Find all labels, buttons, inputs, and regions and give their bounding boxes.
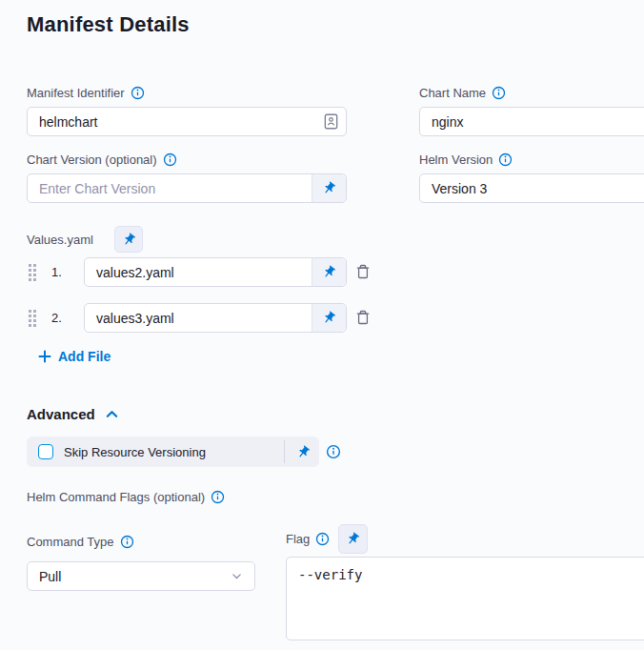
- chart-version-input[interactable]: [28, 174, 312, 202]
- pin-icon[interactable]: [312, 304, 346, 332]
- values-file-field: [84, 257, 347, 287]
- manifest-identifier-label: Manifest Identifier: [27, 86, 145, 100]
- command-type-label-text: Command Type: [27, 535, 114, 549]
- flag-textarea[interactable]: --verify: [286, 557, 644, 640]
- chart-name-label-text: Chart Name: [419, 86, 486, 100]
- helm-version-label: Helm Version: [419, 152, 513, 167]
- page-title: Manifest Details: [27, 12, 190, 37]
- info-icon[interactable]: [492, 86, 506, 100]
- add-file-label: Add File: [58, 349, 111, 364]
- manifest-identifier-field: [27, 107, 347, 136]
- values-file-input[interactable]: [85, 304, 312, 332]
- flag-field: --verify: [286, 557, 644, 640]
- trash-icon[interactable]: [355, 263, 371, 284]
- info-icon[interactable]: [315, 532, 330, 546]
- command-type-label: Command Type: [27, 535, 134, 549]
- chart-name-input[interactable]: [419, 107, 644, 136]
- chart-name-label: Chart Name: [419, 86, 506, 100]
- chevron-down-icon: [231, 570, 243, 582]
- command-type-value: Pull: [39, 569, 61, 584]
- add-file-button[interactable]: Add File: [38, 349, 111, 364]
- pin-icon[interactable]: [114, 226, 143, 253]
- flag-label-text: Flag: [286, 532, 310, 546]
- chart-version-label-text: Chart Version (optional): [27, 152, 157, 167]
- drag-handle[interactable]: [29, 264, 36, 281]
- helm-version-select[interactable]: Version 3: [419, 173, 644, 203]
- pin-icon[interactable]: [312, 258, 346, 286]
- chart-version-label: Chart Version (optional): [27, 152, 177, 167]
- plus-icon: [38, 350, 51, 363]
- manifest-identifier-input[interactable]: [28, 108, 324, 135]
- flag-label: Flag: [286, 532, 330, 546]
- advanced-toggle[interactable]: Advanced: [27, 406, 119, 422]
- skip-resource-versioning-label: Skip Resource Versioning: [64, 445, 284, 459]
- info-icon[interactable]: [326, 444, 341, 459]
- skip-resource-versioning-row: Skip Resource Versioning: [27, 437, 319, 467]
- command-type-select[interactable]: Pull: [27, 561, 255, 591]
- chevron-up-icon: [105, 408, 119, 420]
- advanced-label: Advanced: [27, 406, 95, 422]
- values-yaml-label: Values.yaml: [27, 233, 93, 247]
- helm-command-flags-label-text: Helm Command Flags (optional): [27, 490, 205, 504]
- chart-version-field: [27, 173, 347, 203]
- skip-resource-versioning-checkbox[interactable]: [38, 444, 53, 459]
- pin-icon[interactable]: [287, 445, 319, 459]
- info-icon[interactable]: [131, 86, 145, 100]
- values-yaml-label-text: Values.yaml: [27, 233, 93, 247]
- info-icon[interactable]: [163, 152, 177, 167]
- drag-handle[interactable]: [29, 310, 36, 327]
- trash-icon[interactable]: [355, 309, 371, 330]
- values-file-input[interactable]: [85, 258, 312, 286]
- helm-version-label-text: Helm Version: [419, 152, 493, 167]
- values-row-number: 1.: [51, 265, 62, 279]
- info-icon[interactable]: [498, 152, 513, 167]
- pin-icon[interactable]: [338, 524, 368, 554]
- helm-version-value: Version 3: [432, 181, 487, 196]
- pin-icon[interactable]: [312, 174, 346, 202]
- values-file-field: [84, 303, 347, 333]
- divider: [284, 440, 285, 463]
- id-card-icon[interactable]: [324, 113, 346, 130]
- manifest-identifier-label-text: Manifest Identifier: [27, 86, 125, 100]
- info-icon[interactable]: [211, 490, 225, 504]
- manifest-details-panel: Manifest Details Manifest Identifier Cha…: [0, 0, 644, 650]
- helm-command-flags-label: Helm Command Flags (optional): [27, 490, 225, 504]
- values-row-number: 2.: [51, 311, 62, 325]
- info-icon[interactable]: [120, 535, 134, 549]
